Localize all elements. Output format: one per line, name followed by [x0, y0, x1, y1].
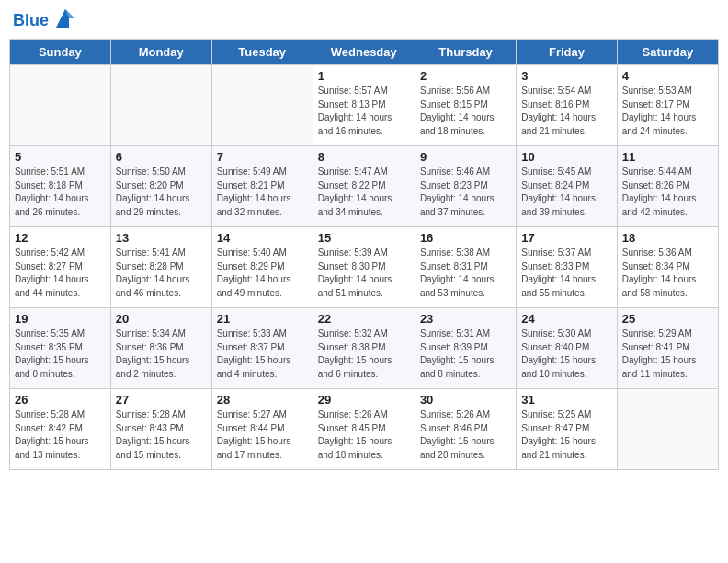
day-info: Sunrise: 5:32 AMSunset: 8:38 PMDaylight:… [318, 327, 410, 381]
day-info: Sunrise: 5:37 AMSunset: 8:33 PMDaylight:… [521, 247, 611, 300]
calendar-cell: 25Sunrise: 5:29 AMSunset: 8:41 PMDayligh… [617, 308, 718, 389]
day-info: Sunrise: 5:28 AMSunset: 8:42 PMDaylight:… [15, 408, 106, 462]
day-info: Sunrise: 5:54 AMSunset: 8:16 PMDaylight:… [521, 85, 611, 138]
page-header: Blue [9, 9, 719, 31]
day-number: 12 [15, 231, 106, 245]
day-info: Sunrise: 5:33 AMSunset: 8:37 PMDaylight:… [217, 327, 308, 381]
day-number: 22 [318, 312, 410, 326]
calendar-week-row: 1Sunrise: 5:57 AMSunset: 8:13 PMDaylight… [10, 65, 719, 146]
day-number: 16 [420, 231, 511, 245]
calendar-cell: 29Sunrise: 5:26 AMSunset: 8:45 PMDayligh… [313, 389, 415, 470]
calendar-cell: 2Sunrise: 5:56 AMSunset: 8:15 PMDaylight… [415, 65, 516, 146]
day-number: 25 [622, 312, 713, 326]
day-info: Sunrise: 5:56 AMSunset: 8:15 PMDaylight:… [420, 85, 511, 138]
logo-icon [52, 6, 78, 31]
day-number: 18 [622, 231, 713, 245]
calendar-cell: 1Sunrise: 5:57 AMSunset: 8:13 PMDaylight… [313, 65, 415, 146]
day-of-week-header: Tuesday [211, 40, 313, 65]
calendar-cell: 19Sunrise: 5:35 AMSunset: 8:35 PMDayligh… [10, 308, 111, 389]
calendar-cell: 23Sunrise: 5:31 AMSunset: 8:39 PMDayligh… [415, 308, 516, 389]
day-number: 21 [217, 312, 308, 326]
calendar-cell [10, 65, 111, 146]
calendar-week-row: 19Sunrise: 5:35 AMSunset: 8:35 PMDayligh… [10, 308, 719, 389]
calendar-cell: 28Sunrise: 5:27 AMSunset: 8:44 PMDayligh… [211, 389, 313, 470]
day-number: 2 [420, 69, 511, 83]
day-of-week-header: Thursday [415, 40, 516, 65]
day-number: 23 [420, 312, 511, 326]
calendar-cell [617, 389, 718, 470]
calendar-cell: 7Sunrise: 5:49 AMSunset: 8:21 PMDaylight… [211, 146, 313, 227]
day-number: 19 [15, 312, 106, 326]
day-number: 5 [15, 150, 106, 164]
logo-blue: Blue [13, 12, 49, 29]
calendar-cell: 18Sunrise: 5:36 AMSunset: 8:34 PMDayligh… [617, 227, 718, 308]
day-info: Sunrise: 5:46 AMSunset: 8:23 PMDaylight:… [420, 166, 511, 219]
day-info: Sunrise: 5:26 AMSunset: 8:46 PMDaylight:… [420, 408, 511, 462]
day-number: 3 [521, 69, 611, 83]
day-number: 9 [420, 150, 511, 164]
calendar-cell: 22Sunrise: 5:32 AMSunset: 8:38 PMDayligh… [313, 308, 415, 389]
day-number: 14 [217, 231, 308, 245]
calendar-cell: 13Sunrise: 5:41 AMSunset: 8:28 PMDayligh… [110, 227, 211, 308]
day-info: Sunrise: 5:45 AMSunset: 8:24 PMDaylight:… [521, 166, 611, 219]
day-info: Sunrise: 5:25 AMSunset: 8:47 PMDaylight:… [521, 408, 611, 462]
day-number: 8 [318, 150, 410, 164]
day-info: Sunrise: 5:31 AMSunset: 8:39 PMDaylight:… [420, 327, 511, 381]
day-info: Sunrise: 5:27 AMSunset: 8:44 PMDaylight:… [217, 408, 308, 462]
calendar-cell: 5Sunrise: 5:51 AMSunset: 8:18 PMDaylight… [10, 146, 111, 227]
calendar-cell: 8Sunrise: 5:47 AMSunset: 8:22 PMDaylight… [313, 146, 415, 227]
calendar-header-row: SundayMondayTuesdayWednesdayThursdayFrid… [10, 40, 719, 65]
calendar-cell: 3Sunrise: 5:54 AMSunset: 8:16 PMDaylight… [517, 65, 617, 146]
logo: Blue [13, 9, 78, 31]
day-info: Sunrise: 5:57 AMSunset: 8:13 PMDaylight:… [318, 85, 410, 138]
calendar-cell: 20Sunrise: 5:34 AMSunset: 8:36 PMDayligh… [110, 308, 211, 389]
day-info: Sunrise: 5:40 AMSunset: 8:29 PMDaylight:… [217, 247, 308, 300]
calendar-cell: 6Sunrise: 5:50 AMSunset: 8:20 PMDaylight… [110, 146, 211, 227]
day-info: Sunrise: 5:42 AMSunset: 8:27 PMDaylight:… [15, 247, 106, 300]
day-number: 13 [116, 231, 207, 245]
day-info: Sunrise: 5:38 AMSunset: 8:31 PMDaylight:… [420, 247, 511, 300]
calendar-cell [211, 65, 313, 146]
day-number: 10 [521, 150, 611, 164]
day-info: Sunrise: 5:30 AMSunset: 8:40 PMDaylight:… [521, 327, 611, 381]
day-info: Sunrise: 5:39 AMSunset: 8:30 PMDaylight:… [318, 247, 410, 300]
calendar-cell: 26Sunrise: 5:28 AMSunset: 8:42 PMDayligh… [10, 389, 111, 470]
day-number: 7 [217, 150, 308, 164]
day-info: Sunrise: 5:47 AMSunset: 8:22 PMDaylight:… [318, 166, 410, 219]
calendar-cell: 14Sunrise: 5:40 AMSunset: 8:29 PMDayligh… [211, 227, 313, 308]
calendar-cell: 4Sunrise: 5:53 AMSunset: 8:17 PMDaylight… [617, 65, 718, 146]
day-number: 20 [116, 312, 207, 326]
day-number: 27 [116, 393, 207, 407]
calendar-table: SundayMondayTuesdayWednesdayThursdayFrid… [9, 39, 719, 470]
calendar-cell: 16Sunrise: 5:38 AMSunset: 8:31 PMDayligh… [415, 227, 516, 308]
calendar-cell: 27Sunrise: 5:28 AMSunset: 8:43 PMDayligh… [110, 389, 211, 470]
day-info: Sunrise: 5:29 AMSunset: 8:41 PMDaylight:… [622, 327, 713, 381]
day-of-week-header: Monday [110, 40, 211, 65]
day-number: 4 [622, 69, 713, 83]
day-number: 15 [318, 231, 410, 245]
day-info: Sunrise: 5:41 AMSunset: 8:28 PMDaylight:… [116, 247, 207, 300]
day-of-week-header: Wednesday [313, 40, 415, 65]
day-of-week-header: Friday [517, 40, 617, 65]
calendar-cell: 12Sunrise: 5:42 AMSunset: 8:27 PMDayligh… [10, 227, 111, 308]
day-number: 28 [217, 393, 308, 407]
calendar-cell: 31Sunrise: 5:25 AMSunset: 8:47 PMDayligh… [517, 389, 617, 470]
day-number: 1 [318, 69, 410, 83]
day-number: 24 [521, 312, 611, 326]
calendar-cell: 24Sunrise: 5:30 AMSunset: 8:40 PMDayligh… [517, 308, 617, 389]
calendar-week-row: 12Sunrise: 5:42 AMSunset: 8:27 PMDayligh… [10, 227, 719, 308]
day-info: Sunrise: 5:34 AMSunset: 8:36 PMDaylight:… [116, 327, 207, 381]
day-info: Sunrise: 5:28 AMSunset: 8:43 PMDaylight:… [116, 408, 207, 462]
day-number: 31 [521, 393, 611, 407]
day-info: Sunrise: 5:36 AMSunset: 8:34 PMDaylight:… [622, 247, 713, 300]
calendar-week-row: 5Sunrise: 5:51 AMSunset: 8:18 PMDaylight… [10, 146, 719, 227]
day-info: Sunrise: 5:44 AMSunset: 8:26 PMDaylight:… [622, 166, 713, 219]
calendar-cell: 30Sunrise: 5:26 AMSunset: 8:46 PMDayligh… [415, 389, 516, 470]
day-number: 6 [116, 150, 207, 164]
day-of-week-header: Sunday [10, 40, 111, 65]
day-info: Sunrise: 5:50 AMSunset: 8:20 PMDaylight:… [116, 166, 207, 219]
day-number: 30 [420, 393, 511, 407]
calendar-cell: 15Sunrise: 5:39 AMSunset: 8:30 PMDayligh… [313, 227, 415, 308]
day-number: 26 [15, 393, 106, 407]
calendar-cell: 17Sunrise: 5:37 AMSunset: 8:33 PMDayligh… [517, 227, 617, 308]
